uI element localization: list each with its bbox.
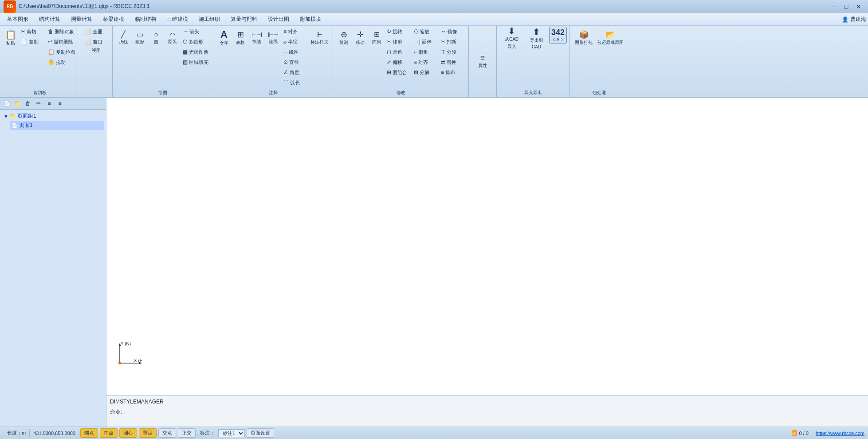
- rotate-button[interactable]: ↻ 旋转: [385, 27, 412, 36]
- snap-ortho-button[interactable]: 正交: [178, 428, 196, 438]
- move-button[interactable]: ✛ 移动: [352, 27, 368, 50]
- dim-style-select[interactable]: 标注1: [219, 429, 245, 437]
- clipboard-small: ✂ 剪切 📄 复制: [19, 27, 46, 47]
- window-view-button[interactable]: ⬜ 窗口: [83, 37, 110, 47]
- drawing-canvas[interactable]: Y (N) X (E): [106, 98, 868, 395]
- edit-copy-label: 复制: [339, 40, 348, 46]
- pack-button[interactable]: 📦 图形打包: [573, 27, 595, 50]
- cad-count-text: CAD: [553, 37, 562, 42]
- align2-button[interactable]: ≡ 对齐: [412, 57, 439, 67]
- sidebar-rename-button[interactable]: ✏: [34, 99, 43, 108]
- cad-export-button[interactable]: ⬆ 导出到 CAD: [524, 27, 549, 50]
- sidebar-align-left-button[interactable]: ≡: [44, 99, 54, 108]
- break-button[interactable]: ✂ 打断: [439, 37, 466, 47]
- minimize-button[interactable]: ─: [828, 2, 840, 11]
- menu-3d-model[interactable]: 三维建模: [161, 14, 193, 25]
- drag-button[interactable]: 🖐 拖动: [46, 57, 77, 67]
- snap-midpoint-button[interactable]: 中点: [100, 428, 118, 438]
- menu-addon[interactable]: 附加模块: [295, 14, 326, 25]
- snap-intersection-button[interactable]: 交点: [158, 428, 176, 438]
- cut-button[interactable]: ✂ 剪切: [19, 27, 46, 36]
- explode-button[interactable]: ⊠ 分解: [412, 67, 439, 77]
- menu-construction[interactable]: 施工组织: [193, 14, 225, 25]
- rect-button[interactable]: ▭ 矩形: [132, 27, 148, 50]
- tree-page-item[interactable]: 📄 页面1: [10, 121, 104, 130]
- text-label: 文字: [220, 40, 228, 47]
- restore-button[interactable]: 📂 包还原成原图: [595, 27, 625, 50]
- offset-label: 偏移: [393, 59, 402, 66]
- menu-temp-structure[interactable]: 临时结构: [130, 14, 161, 25]
- menu-design[interactable]: 设计出图: [263, 14, 295, 25]
- delete-object-button[interactable]: 🗑 删除对象: [46, 27, 77, 36]
- paste-button[interactable]: 📋 粘贴: [3, 27, 19, 50]
- fill-button[interactable]: ▨ 区域填充: [181, 57, 210, 67]
- menu-structural-calc[interactable]: 结构计算: [34, 14, 66, 25]
- undo-delete-button[interactable]: ↩ 撤销删除: [46, 37, 77, 47]
- angle-button[interactable]: ∠ 角度: [282, 67, 308, 77]
- menu-measurement[interactable]: 测量计算: [66, 14, 98, 25]
- sidebar-delete-button[interactable]: 🗑: [23, 99, 33, 108]
- text-button[interactable]: A 文字: [216, 27, 232, 50]
- radius-button[interactable]: ⌀ 半径: [282, 37, 308, 47]
- circle-button[interactable]: ○ 圆: [148, 27, 164, 50]
- offset-button[interactable]: ⤢ 偏移: [385, 57, 412, 67]
- dimstyle-button[interactable]: ⊩ 标注样式: [309, 27, 330, 50]
- close-button[interactable]: ✕: [853, 2, 864, 11]
- sidebar-align-right-button[interactable]: ≡: [55, 99, 65, 108]
- cad-import-button[interactable]: ⬇ 从CAD 导入: [499, 27, 524, 50]
- copy-bitmap-button[interactable]: 📋 复制位图: [46, 47, 77, 57]
- snap-perpendicular-button[interactable]: 垂足: [139, 428, 157, 438]
- replace-button[interactable]: ⇄ 替换: [439, 57, 466, 67]
- menu-basic-shapes[interactable]: 基本图形: [2, 14, 34, 25]
- full-view-button[interactable]: ⬜ 全显: [83, 27, 110, 36]
- arrange-button[interactable]: ≡ 排布: [439, 67, 466, 77]
- copy-button[interactable]: 📄 复制: [19, 37, 46, 47]
- signal-indicator: 📶 0 / 0: [791, 430, 809, 436]
- sidebar-open-button[interactable]: 📁: [12, 99, 22, 108]
- page-icon: 📄: [12, 123, 18, 128]
- properties-button[interactable]: ≡ 属性: [471, 27, 494, 96]
- quick-dim-button[interactable]: ⊢⊣ 快速: [249, 27, 265, 50]
- toolbar-cad-io: ⬇ 从CAD 导入 ⬆ 导出到 CAD 342 CAD 导入导出: [497, 26, 570, 97]
- website-link[interactable]: https://www.rbcce.com: [816, 431, 864, 436]
- array-label: 阵列: [372, 39, 381, 45]
- window-icon: ⬜: [85, 39, 91, 45]
- menu-bridge[interactable]: 桥梁建模: [98, 14, 130, 25]
- tree-page-group[interactable]: ▼ 📁 页面组1: [2, 111, 104, 121]
- connected-button[interactable]: ⊩⊣ 连线: [265, 27, 281, 50]
- circle-label: 圆: [154, 39, 158, 45]
- align-dim-button[interactable]: ≡ 对齐: [282, 27, 308, 36]
- polygon-button[interactable]: ⬡ 多边形: [181, 37, 210, 47]
- clipboard-buttons: 📋 粘贴 ✂ 剪切 📄 复制 🗑: [3, 27, 77, 89]
- paste-icon: 📋: [5, 30, 16, 39]
- sidebar-new-button[interactable]: 📄: [2, 99, 12, 108]
- extend-button[interactable]: →| 延伸: [412, 37, 439, 47]
- snap-endpoint-button[interactable]: 端点: [80, 428, 98, 438]
- arrow-button[interactable]: → 箭头: [181, 27, 210, 36]
- diameter-button[interactable]: ⊙ 直径: [282, 57, 308, 67]
- clipboard-label: 剪切板: [3, 89, 77, 96]
- maximize-button[interactable]: □: [841, 2, 852, 11]
- trim-button[interactable]: ✂ 修剪: [385, 37, 412, 47]
- arc-length-button[interactable]: ⌒ 弧长: [282, 78, 308, 87]
- group-button[interactable]: ⊞ 图组合: [385, 67, 412, 77]
- snap-center-button[interactable]: 圆心: [119, 428, 137, 438]
- dimstyle-icon: ⊩: [316, 31, 322, 38]
- table-button[interactable]: ⊞ 表格: [232, 27, 248, 50]
- arc-button[interactable]: ◜◝ 圆弧: [165, 27, 181, 50]
- window-title: C:\Users\hai07\Documents\工程1.qlqx - RBCC…: [19, 3, 149, 10]
- menu-quantity[interactable]: 算量与配料: [225, 14, 263, 25]
- page-setup-button[interactable]: 页面设置: [247, 428, 274, 438]
- edit-label: 修改: [336, 89, 466, 96]
- polyline-button[interactable]: ╱ 折线: [115, 27, 131, 50]
- scale-button[interactable]: ⟨⟩ 缩放: [412, 27, 439, 36]
- raster-button[interactable]: ▦ 光栅图像: [181, 47, 210, 57]
- chamfer-button[interactable]: ⌐ 倒角: [412, 47, 439, 57]
- segment-button[interactable]: ⊤ 分段: [439, 47, 466, 57]
- cad-io-label: 导入导出: [499, 89, 567, 96]
- edit-copy-button[interactable]: ⊕ 复制: [336, 27, 352, 50]
- linear-dim-button[interactable]: ─ 线性: [282, 47, 308, 57]
- array-button[interactable]: ⊞ 阵列: [369, 27, 385, 50]
- mirror-button[interactable]: ↔ 镜像: [439, 27, 466, 36]
- fillet-button[interactable]: ◻ 圆角: [385, 47, 412, 57]
